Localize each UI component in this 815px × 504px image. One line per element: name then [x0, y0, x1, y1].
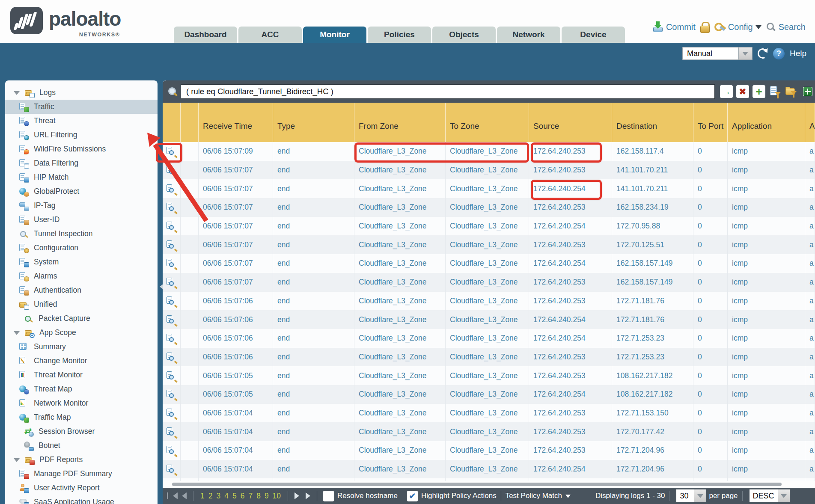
from-zone-cell[interactable]: Cloudflare_L3_Zone — [354, 385, 446, 404]
from-zone-cell[interactable]: Cloudflare_L3_Zone — [354, 161, 446, 180]
page-number-10[interactable]: 10 — [273, 492, 281, 501]
column-header-application[interactable]: Application — [728, 103, 805, 142]
from-zone-cell[interactable]: Cloudflare_L3_Zone — [354, 441, 446, 460]
horizontal-scrollbar[interactable] — [163, 481, 815, 488]
sidebar-item-traffic[interactable]: Traffic — [5, 100, 158, 114]
log-detail-icon[interactable] — [166, 465, 177, 477]
action-cell[interactable]: a — [805, 422, 815, 441]
application-cell[interactable]: icmp — [728, 404, 805, 423]
application-cell[interactable]: icmp — [728, 441, 805, 460]
to-zone-cell[interactable]: Cloudflare_L3_Zone — [446, 422, 529, 441]
sidebar-item-traffic-map[interactable]: Traffic Map — [5, 410, 158, 424]
to-zone-cell[interactable]: Cloudflare_L3_Zone — [446, 292, 529, 311]
source-cell[interactable]: 172.64.240.253 — [529, 366, 612, 385]
application-cell[interactable]: icmp — [728, 329, 805, 348]
receive-time-cell[interactable]: 06/06 15:07:05 — [199, 385, 273, 404]
sidebar-item-manage-pdf-summary[interactable]: Manage PDF Summary — [5, 467, 158, 481]
sidebar-item-globalprotect[interactable]: GlobalProtect — [5, 184, 158, 199]
action-cell[interactable]: a — [805, 385, 815, 404]
to-zone-cell[interactable]: Cloudflare_L3_Zone — [446, 329, 529, 348]
table-row[interactable]: 06/06 15:07:07endCloudflare_L3_ZoneCloud… — [163, 235, 815, 254]
log-detail-cell[interactable] — [163, 385, 181, 404]
action-cell[interactable]: a — [805, 441, 815, 460]
receive-time-cell[interactable]: 06/06 15:07:07 — [199, 217, 273, 236]
destination-cell[interactable]: 141.101.70.211 — [612, 161, 693, 180]
source-cell[interactable]: 172.64.240.253 — [529, 292, 612, 311]
add-filter-button[interactable]: + — [753, 85, 765, 98]
help-label[interactable]: Help — [790, 49, 806, 58]
destination-cell[interactable]: 162.158.157.149 — [612, 273, 693, 292]
page-number-1[interactable]: 1 — [200, 492, 205, 501]
sidebar-item-saas-application-usage[interactable]: SaaS Application Usage — [5, 495, 158, 504]
from-zone-cell[interactable]: Cloudflare_L3_Zone — [354, 310, 446, 329]
next-page-button[interactable] — [294, 492, 299, 499]
sidebar-item-hip-match[interactable]: HIP Match — [5, 170, 158, 184]
action-cell[interactable]: a — [805, 161, 815, 180]
receive-time-cell[interactable]: 06/06 15:07:04 — [199, 441, 273, 460]
action-cell[interactable]: a — [805, 348, 815, 367]
tab-acc[interactable]: ACC — [238, 27, 302, 43]
log-detail-icon[interactable] — [166, 278, 177, 290]
per-page-dropdown-button[interactable] — [694, 489, 706, 502]
sidebar-item-tunnel-inspection[interactable]: Tunnel Inspection — [5, 227, 158, 241]
source-cell[interactable]: 172.64.240.253 — [529, 404, 612, 423]
log-detail-cell[interactable] — [163, 235, 181, 254]
application-cell[interactable]: icmp — [728, 310, 805, 329]
receive-time-cell[interactable]: 06/06 15:07:07 — [199, 254, 273, 273]
sidebar-item-logs[interactable]: Logs — [5, 86, 158, 100]
sidebar-item-wildfire-submissions[interactable]: WildFire Submissions — [5, 142, 158, 156]
sidebar-item-app-scope[interactable]: App Scope — [5, 326, 158, 340]
log-detail-icon[interactable] — [166, 203, 177, 215]
config-menu-button[interactable]: Config — [714, 21, 761, 33]
tab-device[interactable]: Device — [562, 27, 625, 43]
column-header-source[interactable]: Source — [529, 103, 612, 142]
sidebar-item-network-monitor[interactable]: Network Monitor — [5, 396, 158, 410]
source-cell[interactable]: 172.64.240.253 — [529, 161, 612, 180]
destination-cell[interactable]: 108.162.217.182 — [612, 385, 693, 404]
log-detail-cell[interactable] — [163, 198, 181, 217]
refresh-interval-select[interactable]: Manual — [682, 47, 753, 60]
source-cell[interactable]: 172.64.240.254 — [529, 329, 612, 348]
to-zone-cell[interactable]: Cloudflare_L3_Zone — [446, 404, 529, 423]
refresh-icon[interactable] — [756, 47, 770, 60]
tab-dashboard[interactable]: Dashboard — [174, 27, 237, 43]
action-cell[interactable]: a — [805, 404, 815, 423]
destination-cell[interactable]: 172.71.253.23 — [612, 329, 693, 348]
receive-time-cell[interactable]: 06/06 15:07:05 — [199, 366, 273, 385]
from-zone-cell[interactable]: Cloudflare_L3_Zone — [354, 422, 446, 441]
search-button[interactable]: Search — [766, 22, 806, 32]
action-cell[interactable]: a — [805, 198, 815, 217]
sort-order-dropdown-button[interactable] — [778, 489, 790, 502]
test-policy-match-button[interactable]: Test Policy Match — [506, 492, 571, 501]
action-cell[interactable]: a — [805, 254, 815, 273]
from-zone-cell[interactable]: Cloudflare_L3_Zone — [354, 404, 446, 423]
log-detail-icon[interactable] — [166, 240, 177, 252]
page-number-3[interactable]: 3 — [216, 492, 220, 501]
log-detail-cell[interactable] — [163, 254, 181, 273]
from-zone-cell[interactable]: Cloudflare_L3_Zone — [354, 460, 446, 479]
sidebar-item-ip-tag[interactable]: IP-Tag — [5, 199, 158, 213]
log-detail-cell[interactable] — [163, 142, 181, 161]
sidebar-item-alarms[interactable]: Alarms — [5, 269, 158, 283]
page-number-5[interactable]: 5 — [232, 492, 237, 501]
apply-filter-button[interactable]: → — [720, 85, 733, 98]
source-cell[interactable]: 172.64.240.254 — [529, 254, 612, 273]
per-page-select[interactable]: 30 — [676, 489, 706, 502]
log-filter-input[interactable] — [181, 84, 715, 99]
destination-cell[interactable]: 172.71.181.76 — [612, 292, 693, 311]
log-detail-cell[interactable] — [163, 310, 181, 329]
receive-time-cell[interactable]: 06/06 15:07:04 — [199, 404, 273, 423]
to-zone-cell[interactable]: Cloudflare_L3_Zone — [446, 348, 529, 367]
destination-cell[interactable]: 172.71.181.76 — [612, 310, 693, 329]
to-zone-cell[interactable]: Cloudflare_L3_Zone — [446, 142, 529, 161]
source-cell[interactable]: 172.64.240.254 — [529, 179, 612, 198]
receive-time-cell[interactable]: 06/06 15:07:07 — [199, 273, 273, 292]
table-row[interactable]: 06/06 15:07:04endCloudflare_L3_ZoneCloud… — [163, 422, 815, 441]
table-row[interactable]: 06/06 15:07:09endCloudflare_L3_ZoneCloud… — [163, 142, 815, 161]
sidebar-item-packet-capture[interactable]: Packet Capture — [5, 311, 158, 326]
log-detail-icon[interactable] — [166, 353, 177, 365]
from-zone-cell[interactable]: Cloudflare_L3_Zone — [354, 142, 446, 161]
log-detail-cell[interactable] — [163, 348, 181, 367]
column-header-blank[interactable] — [181, 103, 199, 142]
from-zone-cell[interactable]: Cloudflare_L3_Zone — [354, 254, 446, 273]
